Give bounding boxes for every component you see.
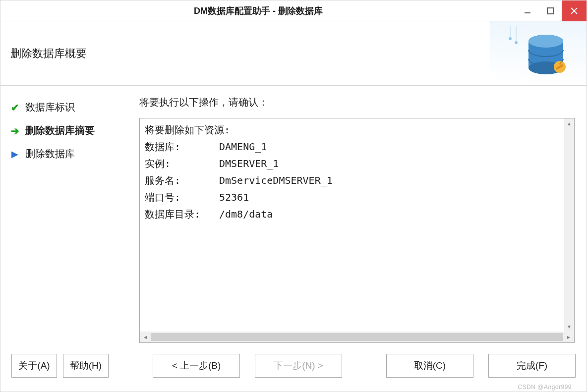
summary-intro: 将要删除如下资源: [145,124,230,136]
close-button[interactable] [562,0,587,21]
svg-point-7 [509,37,512,40]
vertical-scrollbar[interactable]: ▴ ▾ [564,118,574,332]
body-area: ✔ 数据库标识 ➔ 删除数据库摘要 ▶ 删除数据库 将要执行以下操作，请确认： … [0,86,587,349]
summary-row-value: /dm8/data [219,208,273,220]
minimize-button[interactable] [516,0,539,21]
sidebar-step-database-id[interactable]: ✔ 数据库标识 [6,96,128,119]
help-button[interactable]: 帮助(H) [63,354,109,378]
wizard-sidebar: ✔ 数据库标识 ➔ 删除数据库摘要 ▶ 删除数据库 [0,86,134,349]
sidebar-item-label: 删除数据库摘要 [25,124,95,137]
check-icon: ✔ [8,102,21,113]
close-icon [570,7,578,15]
minimize-icon [524,7,531,14]
scroll-track [564,128,574,322]
watermark-text: CSDN @Angor999 [518,384,572,391]
summary-row-label: 服务名: [145,172,219,189]
header-illustration [490,21,587,85]
maximize-icon [547,7,554,14]
cancel-button[interactable]: 取消(C) [386,354,473,378]
svg-point-12 [528,35,563,48]
scroll-up-icon: ▴ [564,118,574,128]
svg-rect-1 [547,8,553,14]
svg-point-8 [515,41,518,44]
svg-rect-0 [525,12,530,13]
sidebar-step-delete-database[interactable]: ▶ 删除数据库 [6,142,128,166]
horizontal-scrollbar[interactable]: ◂ ▸ [140,332,574,342]
finish-button[interactable]: 完成(F) [488,354,576,378]
sidebar-item-label: 数据库标识 [25,101,75,114]
window-title: DM数据库配置助手 - 删除数据库 [0,5,516,17]
page-subtitle: 删除数据库概要 [0,46,490,61]
back-button[interactable]: < 上一步(B) [153,354,240,378]
summary-row-label: 数据库: [145,138,219,155]
scroll-right-icon: ▸ [563,332,574,342]
play-icon: ▶ [8,149,21,160]
summary-box: 将要删除如下资源: 数据库:DAMENG_1 实例:DMSERVER_1 服务名… [139,118,575,343]
summary-text: 将要删除如下资源: 数据库:DAMENG_1 实例:DMSERVER_1 服务名… [140,118,574,342]
sidebar-step-delete-summary[interactable]: ➔ 删除数据库摘要 [6,119,128,142]
footer: 关于(A) 帮助(H) < 上一步(B) 下一步(N) > 取消(C) 完成(F… [0,349,587,392]
summary-row-value: 52361 [219,191,249,203]
instruction-text: 将要执行以下操作，请确认： [139,96,575,109]
about-button[interactable]: 关于(A) [11,354,57,378]
maximize-button[interactable] [539,0,562,21]
next-button: 下一步(N) > [255,354,342,378]
content-area: 将要执行以下操作，请确认： 将要删除如下资源: 数据库:DAMENG_1 实例:… [134,86,587,349]
header-area: 删除数据库概要 [0,21,587,86]
summary-row-value: DAMENG_1 [219,141,267,153]
sidebar-item-label: 删除数据库 [25,147,75,161]
scroll-down-icon: ▾ [564,322,574,332]
scroll-left-icon: ◂ [140,332,151,342]
database-icon [506,26,571,81]
scroll-track [151,333,563,341]
summary-row-label: 数据库目录: [145,206,219,223]
arrow-right-icon: ➔ [8,125,21,137]
titlebar: DM数据库配置助手 - 删除数据库 [0,0,587,21]
summary-row-label: 端口号: [145,189,219,206]
summary-row-value: DmServiceDMSERVER_1 [219,174,333,186]
summary-row-value: DMSERVER_1 [219,158,279,169]
summary-row-label: 实例: [145,155,219,172]
